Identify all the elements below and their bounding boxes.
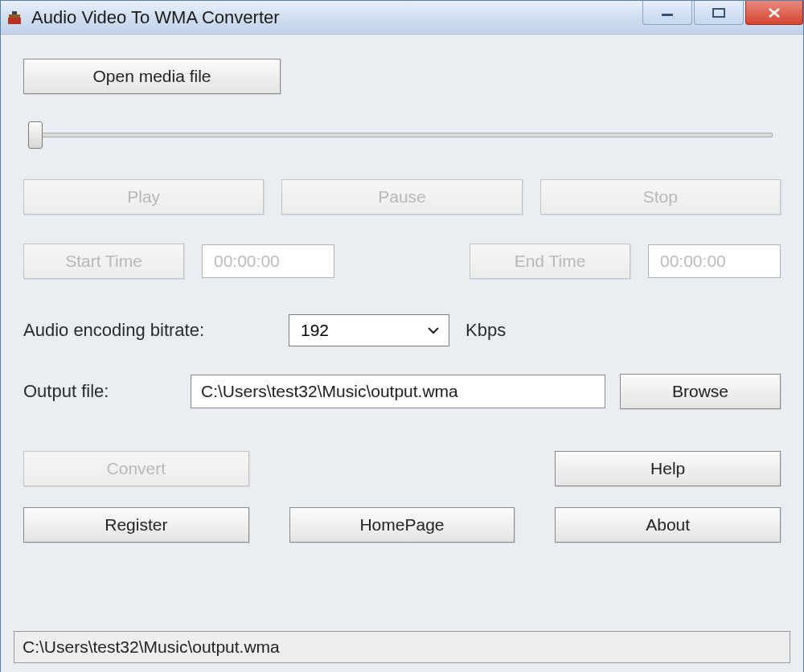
position-slider[interactable]: [23, 118, 781, 150]
browse-button[interactable]: Browse: [620, 374, 781, 409]
homepage-button[interactable]: HomePage: [289, 507, 515, 543]
window-controls: [642, 1, 803, 25]
titlebar[interactable]: Audio Video To WMA Converter: [1, 1, 803, 35]
about-button[interactable]: About: [555, 507, 781, 543]
output-label: Output file:: [23, 381, 176, 402]
bitrate-label: Audio encoding bitrate:: [23, 320, 273, 341]
bitrate-unit: Kbps: [466, 320, 506, 341]
svg-rect-1: [9, 14, 20, 18]
start-time-button[interactable]: Start Time: [23, 244, 184, 279]
svg-rect-0: [8, 18, 21, 24]
output-path-field[interactable]: C:\Users\test32\Music\output.wma: [191, 375, 605, 408]
svg-rect-4: [713, 9, 724, 17]
status-bar: C:\Users\test32\Music\output.wma: [14, 631, 790, 663]
minimize-button[interactable]: [642, 1, 692, 25]
bitrate-row: Audio encoding bitrate: 192 Kbps: [23, 314, 781, 346]
bitrate-select[interactable]: 192: [289, 314, 449, 346]
bitrate-value: 192: [301, 321, 329, 340]
svg-rect-2: [12, 11, 17, 14]
status-text: C:\Users\test32\Music\output.wma: [23, 637, 280, 657]
chevron-down-icon: [425, 322, 442, 339]
window-title: Audio Video To WMA Converter: [31, 7, 280, 28]
open-media-button[interactable]: Open media file: [23, 59, 281, 94]
slider-thumb[interactable]: [28, 121, 43, 149]
app-icon: [6, 9, 23, 27]
output-row: Output file: C:\Users\test32\Music\outpu…: [23, 374, 781, 409]
help-button[interactable]: Help: [555, 451, 781, 486]
close-button[interactable]: [745, 1, 803, 25]
maximize-button[interactable]: [694, 1, 744, 25]
svg-rect-3: [662, 14, 673, 16]
end-time-field[interactable]: 00:00:00: [648, 244, 781, 278]
convert-button[interactable]: Convert: [23, 451, 249, 486]
stop-button[interactable]: Stop: [540, 179, 781, 215]
slider-track: [31, 133, 773, 137]
start-time-field[interactable]: 00:00:00: [202, 244, 334, 278]
pause-button[interactable]: Pause: [281, 179, 522, 215]
register-button[interactable]: Register: [23, 507, 249, 543]
end-time-button[interactable]: End Time: [470, 244, 630, 279]
bottom-button-grid: Convert Help Register HomePage About: [23, 451, 781, 543]
time-row: Start Time 00:00:00 End Time 00:00:00: [23, 244, 781, 279]
client-area: Open media file Play Pause Stop Start Ti…: [1, 35, 803, 672]
app-window: Audio Video To WMA Converter Open media …: [0, 0, 804, 672]
playback-row: Play Pause Stop: [23, 179, 781, 215]
play-button[interactable]: Play: [23, 179, 264, 215]
